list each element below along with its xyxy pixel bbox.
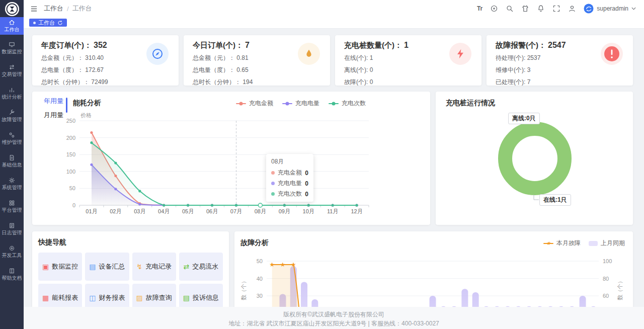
wrench-icon	[9, 109, 15, 116]
sidebar-item-fault-mgmt[interactable]: 故障管理	[0, 107, 24, 125]
sidebar-item-transaction-mgmt[interactable]: 交易管理	[0, 61, 24, 80]
energy-line-chart: 050100150200250价格01月02月03月04月05月06月07月08…	[62, 112, 415, 218]
stat-card-value: 2547	[548, 41, 566, 49]
file-icon	[9, 154, 15, 161]
svg-text:★: ★	[280, 261, 286, 268]
energy-legend: 充电金额充电电量充电次数	[236, 99, 366, 108]
sidebar-item-label: 交易管理	[2, 71, 22, 77]
quick-nav-charge-records[interactable]: ↯充电记录	[132, 253, 176, 281]
quick-nav-label: 设备汇总	[99, 262, 125, 271]
svg-text:50: 50	[257, 258, 263, 264]
gear-icon	[9, 177, 15, 184]
svg-text:100: 100	[603, 258, 612, 264]
energy-analysis-card: 年用量月用量 能耗分析 充电金额充电电量充电次数 050100150200250…	[32, 92, 430, 225]
legend-item[interactable]: 充电电量	[282, 99, 319, 108]
energy-tab-month[interactable]: 月用量	[32, 106, 65, 120]
book-icon	[9, 268, 15, 274]
energy-tab-year[interactable]: 年用量	[32, 92, 65, 106]
monitor-icon	[9, 41, 15, 48]
stat-card-value: 7	[245, 41, 250, 49]
sidebar-item-stats-analysis[interactable]: 统计分析	[0, 84, 24, 103]
quick-nav-label: 充电记录	[145, 262, 172, 271]
quick-nav-label: 交易流水	[192, 262, 218, 271]
stat-card-value: 1	[404, 41, 409, 49]
tab-refresh-icon[interactable]	[57, 20, 63, 26]
chart-tooltip: 08月 充电金额0充电电量0充电次数0	[266, 154, 313, 202]
breadcrumb-item[interactable]: 工作台	[44, 4, 63, 13]
fullscreen-icon[interactable]	[552, 5, 560, 13]
theme-skin-icon[interactable]	[521, 5, 529, 13]
notification-bell-icon[interactable]	[537, 5, 545, 13]
menu-collapse-icon[interactable]	[30, 5, 38, 13]
sidebar-item-log-mgmt[interactable]: 日志管理	[0, 220, 24, 238]
sidebar-item-label: 维护管理	[2, 139, 22, 145]
complaint-info-icon: ▤	[183, 294, 190, 301]
pile-status-card: 充电桩运行情况 离线:0只 在线:1只	[436, 92, 633, 225]
stat-card-row: 维修中(个): 3	[496, 66, 624, 74]
quick-nav-label: 数据监控	[52, 262, 78, 271]
stat-cards-row: 年度订单(个)：352总金额（元）： 310.40总电量（度）： 172.67总…	[32, 35, 633, 86]
finance-report-icon: ◫	[89, 294, 96, 301]
svg-text:30: 30	[257, 293, 263, 299]
quick-nav-trade-flow[interactable]: ⇄交易流水	[179, 253, 223, 281]
stat-card-row: 总电量（度）： 0.65	[193, 66, 321, 74]
svg-text:200: 200	[66, 135, 75, 141]
username: superadmin	[597, 5, 628, 12]
energy-active-tab-indicator	[66, 98, 67, 113]
svg-text:100: 100	[66, 169, 75, 175]
pile-donut-chart	[436, 92, 633, 225]
stat-card-pile-count: 充电桩数量(个)：1在线(个): 1离线(个): 0故障(个): 0	[335, 35, 481, 86]
svg-text:250: 250	[66, 118, 75, 124]
sidebar-item-data-monitor[interactable]: 数据监控	[0, 39, 24, 57]
sidebar-item-platform-mgmt[interactable]: 平台管理	[0, 197, 24, 216]
sidebar-item-label: 工作台	[5, 27, 20, 32]
trade-flow-icon: ⇄	[184, 263, 190, 270]
sidebar-item-help-docs[interactable]: 帮助文档	[0, 265, 24, 284]
legend-item[interactable]: 充电次数	[329, 99, 366, 108]
stat-card-row: 总时长（分钟）： 72499	[41, 78, 170, 87]
sidebar-item-system-mgmt[interactable]: 系统管理	[0, 175, 24, 193]
quick-nav-data-monitor[interactable]: ▣数据监控	[38, 253, 82, 281]
sidebar-item-label: 系统管理	[2, 185, 22, 190]
sidebar-item-maintenance-mgmt[interactable]: 维护管理	[0, 129, 24, 148]
sidebar-item-label: 平台管理	[2, 207, 22, 213]
svg-text:08月: 08月	[255, 208, 266, 214]
svg-text:数（个）: 数（个）	[617, 278, 623, 300]
sidebar-item-dev-tools[interactable]: 开发工具	[0, 242, 24, 261]
quick-nav-device-summary[interactable]: ▤设备汇总	[85, 253, 129, 281]
breadcrumb-separator: /	[67, 5, 69, 13]
stat-card-value: 352	[94, 41, 107, 49]
svg-text:60: 60	[603, 293, 609, 299]
svg-text:50: 50	[69, 185, 75, 191]
svg-text:02月: 02月	[110, 208, 121, 214]
user-icon[interactable]	[568, 5, 576, 13]
log-icon	[9, 222, 15, 229]
font-size-icon[interactable]: Tr	[477, 5, 482, 12]
droplet-icon	[298, 43, 320, 65]
quick-nav-grid: ▣数据监控▤设备汇总↯充电记录⇄交易流水▦能耗报表◫财务报表▨故障查询▤投诉信息	[38, 253, 223, 312]
sidebar-item-basic-info[interactable]: 基础信息	[0, 152, 24, 171]
svg-text:★: ★	[291, 261, 296, 268]
svg-text:0: 0	[72, 202, 75, 208]
svg-text:价格: 价格	[80, 112, 92, 118]
breadcrumb-item: 工作台	[72, 4, 92, 13]
record-icon[interactable]	[490, 5, 498, 13]
quick-nav-label: 能耗报表	[52, 293, 78, 302]
search-icon[interactable]	[506, 5, 514, 13]
svg-text:04月: 04月	[158, 208, 170, 214]
breadcrumb: 工作台/工作台	[44, 4, 92, 13]
user-menu[interactable]: superadmin	[584, 4, 636, 14]
quick-nav-label: 财务报表	[99, 293, 125, 302]
tooltip-row: 充电金额0	[271, 169, 308, 177]
home-icon	[9, 19, 15, 26]
svg-text:150: 150	[66, 151, 75, 157]
svg-text:★: ★	[269, 261, 275, 268]
avatar	[584, 4, 594, 14]
sidebar-item-workbench[interactable]: 工作台	[0, 17, 24, 35]
sidebar-item-label: 开发工具	[2, 253, 22, 258]
device-summary-icon: ▤	[89, 263, 96, 270]
copyright-line: 版权所有©武汉盛帆电子股份有限公司	[24, 310, 644, 319]
tab-workbench[interactable]: 工作台	[29, 19, 67, 27]
legend-item[interactable]: 充电金额	[236, 99, 273, 108]
bolt-icon	[449, 43, 471, 65]
